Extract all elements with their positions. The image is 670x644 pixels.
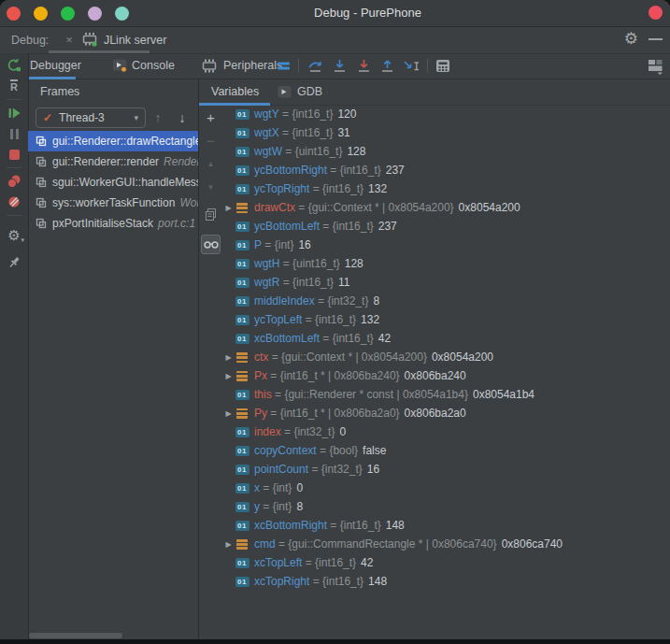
expand-arrow-icon[interactable]: ▶ — [222, 372, 235, 380]
window-button-record[interactable] — [649, 6, 663, 20]
equals-sign: = — [295, 201, 308, 214]
variable-row[interactable]: 01wgtW = {uint16_t}128 — [222, 142, 670, 161]
evaluate-expression-icon[interactable] — [433, 57, 453, 75]
mute-breakpoints-button[interactable] — [4, 192, 24, 212]
variable-type: {int16_t} — [292, 107, 333, 121]
move-watch-up-button[interactable]: ▲ — [202, 155, 220, 173]
stop-button[interactable] — [4, 144, 24, 165]
run-tab-jlink-server[interactable]: JLink server — [104, 34, 166, 47]
pause-program-button[interactable] — [4, 123, 24, 144]
variables-panel: Variables GDB + − ▲ — [198, 79, 670, 639]
variable-row[interactable]: 01xcBottomLeft = {int16_t}42 — [222, 329, 670, 348]
variable-row[interactable]: 01copyContext = {bool}false — [222, 441, 670, 460]
show-execution-point-icon[interactable] — [273, 57, 293, 75]
rerun-button[interactable] — [4, 55, 24, 76]
variable-row[interactable]: 01wgtX = {int16_t}31 — [222, 123, 670, 142]
variable-name: drawCtx — [254, 201, 295, 214]
variable-row[interactable]: 01index = {int32_t}0 — [222, 422, 670, 441]
expand-arrow-icon[interactable]: ▶ — [222, 353, 235, 362]
primitive-variable-badge-icon: 01 — [235, 109, 249, 120]
horizontal-scrollbar-thumb[interactable] — [29, 633, 122, 638]
variables-list: 01wgtY = {int16_t}12001wgtX = {int16_t}3… — [222, 105, 670, 639]
frame-function: sgui::WorkerGUI::handleMessage — [52, 176, 198, 189]
resume-program-button[interactable] — [4, 103, 24, 123]
gdb-console-icon — [278, 85, 292, 99]
variable-value: 0x8054a200 — [459, 201, 520, 214]
run-to-cursor-icon[interactable] — [401, 57, 423, 75]
variable-row[interactable]: 01ycTopRight = {int16_t}132 — [222, 179, 670, 198]
primitive-variable-badge-icon: 01 — [235, 278, 249, 288]
tab-debugger[interactable]: Debugger — [30, 53, 81, 78]
equals-sign: = — [260, 500, 273, 513]
thread-selector[interactable]: ✓ Thread-3 ▾ — [36, 107, 146, 128]
step-into-icon[interactable] — [329, 57, 349, 75]
variable-row[interactable]: 01xcBottomRight = {int16_t}148 — [222, 516, 670, 535]
variable-name: ctx — [254, 351, 268, 364]
primitive-variable-badge-icon: 01 — [235, 184, 249, 194]
variable-row[interactable]: ▶Px = {int16_t * | 0x806ba240}0x806ba240 — [222, 366, 670, 385]
new-watch-button[interactable]: + — [202, 108, 220, 126]
settings-button[interactable]: ⚙ ▾ — [4, 224, 24, 245]
variable-value: 0x806ca740 — [502, 537, 563, 551]
frame-up-button[interactable]: ↑ — [146, 110, 170, 125]
frame-row[interactable]: sys::workerTaskFunctionWorker — [28, 193, 198, 213]
variable-row[interactable]: ▶ctx = {gui::Context * | 0x8054a200}0x80… — [222, 348, 670, 366]
equals-sign: = — [279, 126, 292, 139]
expand-arrow-icon[interactable]: ▶ — [222, 540, 235, 549]
variable-row[interactable]: 01wgtR = {int16_t}11 — [222, 273, 670, 292]
step-out-icon[interactable] — [377, 57, 397, 75]
tab-peripherals[interactable]: Peripherals — [202, 53, 282, 78]
variable-value: 128 — [345, 257, 364, 270]
frame-row[interactable]: gui::Renderer::renderRenderer — [28, 151, 198, 172]
variable-name: xcTopRight — [254, 575, 309, 588]
variable-row[interactable]: 01ycBottomLeft = {int16_t}237 — [222, 217, 670, 236]
close-tab-icon[interactable]: × — [65, 33, 73, 47]
variable-value: 0 — [296, 481, 303, 494]
expand-arrow-icon[interactable]: ▶ — [222, 204, 235, 212]
variable-row[interactable]: 01wgtH = {uint16_t}128 — [222, 254, 670, 273]
pin-tab-button[interactable] — [4, 252, 24, 273]
frame-row[interactable]: pxPortInitialiseStackport.c:1 — [28, 213, 198, 234]
frames-list: gui::Renderer::drawRectanglegui::Rendere… — [28, 131, 198, 234]
variable-row[interactable]: ▶Py = {int16_t * | 0x806ba2a0}0x806ba2a0 — [222, 404, 670, 422]
variable-name: wgtH — [254, 257, 279, 270]
variable-value: 16 — [367, 463, 379, 476]
expand-arrow-icon[interactable]: ▶ — [222, 409, 235, 418]
hide-window-icon[interactable] — [649, 38, 663, 40]
variable-row[interactable]: 01this = {gui::Renderer * const | 0x8054… — [222, 385, 670, 404]
variable-row[interactable]: 01y = {int}8 — [222, 497, 670, 516]
variable-row[interactable]: 01x = {int}0 — [222, 479, 670, 497]
variable-row[interactable]: 01wgtY = {int16_t}120 — [222, 105, 670, 123]
frame-row[interactable]: sgui::WorkerGUI::handleMessage — [28, 172, 198, 193]
variable-row[interactable]: 01P = {int}16 — [222, 236, 670, 254]
frame-row[interactable]: gui::Renderer::drawRectangle — [28, 131, 198, 151]
duplicate-watch-button[interactable] — [202, 206, 220, 223]
remove-watch-button[interactable]: − — [202, 132, 220, 150]
gear-icon[interactable]: ⚙ — [624, 29, 638, 50]
variable-row[interactable]: 01ycBottomRight = {int16_t}237 — [222, 161, 670, 179]
tab-gdb[interactable]: GDB — [278, 79, 322, 105]
variable-row[interactable]: 01middleIndex = {int32_t}8 — [222, 292, 670, 310]
show-watches-button[interactable] — [201, 235, 221, 254]
restore-layout-icon[interactable] — [645, 57, 665, 75]
tab-variables[interactable]: Variables — [211, 79, 259, 105]
equals-sign: = — [267, 407, 280, 420]
equals-sign: = — [282, 145, 295, 158]
step-over-icon[interactable] — [305, 57, 325, 75]
force-step-into-icon[interactable] — [353, 57, 374, 75]
move-watch-down-button[interactable]: ▼ — [202, 179, 220, 196]
view-breakpoints-button[interactable] — [4, 171, 24, 192]
variable-row[interactable]: 01ycTopLeft = {int16_t}132 — [222, 310, 670, 329]
variable-row[interactable]: 01xcTopLeft = {int16_t}42 — [222, 553, 670, 572]
window-button-yellow[interactable] — [34, 7, 48, 21]
variable-row[interactable]: 01pointCount = {int32_t}16 — [222, 460, 670, 479]
tab-console[interactable]: Console — [112, 53, 175, 78]
window-button-red[interactable] — [7, 7, 21, 21]
variable-row[interactable]: ▶drawCtx = {gui::Context * | 0x8054a200}… — [222, 198, 670, 217]
variable-row[interactable]: 01xcTopRight = {int16_t}148 — [222, 572, 670, 591]
rerun-debug-session-button[interactable]: R — [4, 76, 24, 96]
variable-type: {int} — [273, 481, 292, 494]
stop-icon — [9, 150, 20, 160]
variable-row[interactable]: ▶cmd = {gui::CommandRectangle * | 0x806c… — [222, 535, 670, 553]
frame-down-button[interactable]: ↓ — [170, 110, 194, 125]
